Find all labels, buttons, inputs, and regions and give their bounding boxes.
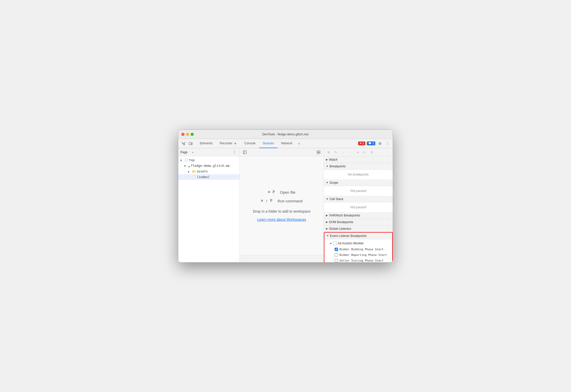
callstack-arrow-icon: ▼ — [326, 198, 328, 200]
shortcut-row-2: ⌘ ⇧ P Run command — [261, 199, 303, 203]
scope-arrow-icon: ▼ — [326, 181, 328, 184]
breakpoints-arrow-icon: ▼ — [326, 165, 328, 168]
shortcut2-key: ⌘ ⇧ P — [261, 199, 272, 203]
section-scope-label: Scope — [330, 181, 338, 184]
window-title: DevTools - fledge-demo.glitch.me/ — [262, 133, 309, 136]
tree-item-top[interactable]: ▼ 📄 top — [178, 157, 239, 163]
watch-arrow-icon: ▶ — [326, 158, 328, 161]
breakpoints-empty: No breakpoints — [324, 171, 393, 178]
section-xhr-header[interactable]: ▶ XHR/fetch Breakpoints — [324, 212, 393, 219]
section-watch-header[interactable]: ▶ Watch — [324, 156, 393, 163]
shortcut1-key: ⌘ P — [268, 190, 275, 194]
more-options-icon[interactable]: ⋮ — [385, 140, 391, 147]
ad-auction-arrow-icon: ▼ — [330, 242, 332, 245]
panel-header: Page » ⋮ — [178, 148, 239, 156]
checkbox-bidder-bidding[interactable]: Bidder Bidding Phase Start — [324, 246, 392, 252]
drop-text: Drop in a folder to add to workspace — [253, 209, 311, 213]
shortcut-row-1: ⌘ P Open file — [268, 190, 295, 194]
section-breakpoints-label: Breakpoints — [330, 165, 346, 168]
subsection-ad-auction-header[interactable]: ▼ Ad Auction Worklet — [324, 240, 392, 246]
maximize-button[interactable] — [191, 133, 194, 136]
svg-rect-0 — [189, 142, 191, 145]
checkbox-bidder-bidding-input[interactable] — [335, 248, 338, 251]
section-callstack-header[interactable]: ▼ Call Stack — [324, 196, 393, 202]
event-listener-highlight: ▼ Event Listener Breakpoints ▼ Ad Auctio… — [324, 232, 393, 262]
tab-network[interactable]: Network — [278, 139, 296, 148]
scope-empty: Not paused — [324, 187, 393, 195]
tab-recorder[interactable]: Recorder 🔺 — [216, 139, 241, 148]
step-into-button[interactable]: ↓ — [340, 149, 346, 155]
tab-console[interactable]: Console — [241, 139, 259, 148]
checkbox-bidder-reporting-input[interactable] — [335, 253, 338, 257]
svg-marker-5 — [318, 151, 320, 153]
left-panel: Page » ⋮ ▼ 📄 top ▼ ☁ fledge-demo.glitch.… — [178, 148, 240, 262]
tab-elements[interactable]: Elements — [196, 139, 216, 148]
title-bar: DevTools - fledge-demo.glitch.me/ — [178, 130, 393, 139]
tree-item-index[interactable]: ▶ 📄 (index) — [178, 174, 239, 180]
traffic-lights — [181, 133, 194, 136]
section-callstack-content: Not paused — [324, 202, 393, 212]
tab-bar: Elements Recorder 🔺 Console Sources Netw… — [178, 139, 393, 148]
event-arrow-icon: ▼ — [326, 234, 329, 237]
section-event-label: Event Listener Breakpoints — [330, 234, 367, 238]
section-breakpoints-header[interactable]: ▼ Breakpoints — [324, 163, 393, 170]
section-xhr-label: XHR/fetch Breakpoints — [329, 214, 360, 217]
shortcut2-action: Run command — [278, 199, 303, 203]
pause-button[interactable]: ⏸ — [326, 149, 332, 155]
xhr-arrow-icon: ▶ — [326, 214, 328, 217]
section-scope-header[interactable]: ▼ Scope — [324, 179, 393, 186]
panel-menu-icon[interactable]: ⋮ — [231, 149, 237, 155]
step-over-button[interactable]: ↻ — [333, 149, 339, 155]
workspace-link[interactable]: Learn more about Workspaces — [257, 217, 306, 222]
dom-arrow-icon: ▶ — [326, 221, 328, 223]
inspect-icon[interactable] — [180, 140, 186, 147]
svg-rect-2 — [243, 151, 246, 154]
devtools-window: DevTools - fledge-demo.glitch.me/ Elemen… — [178, 129, 393, 263]
section-global-header[interactable]: ▶ Global Listeners — [324, 225, 393, 232]
debugger-sections: ▶ Watch ▼ Breakpoints No breakpoints ▼ S… — [324, 156, 393, 262]
checkbox-bidder-reporting[interactable]: Bidder Reporting Phase Start — [324, 252, 392, 258]
checkbox-seller-scoring[interactable]: Seller Scoring Phase Start — [324, 258, 392, 262]
step-out-button[interactable]: ↑ — [347, 149, 353, 155]
tree-item-fledge[interactable]: ▼ ☁ fledge-demo.glitch.me — [178, 163, 239, 169]
tree-label-top: top — [189, 158, 195, 162]
section-breakpoints-content: No breakpoints — [324, 170, 393, 179]
step-button[interactable]: ⇥ — [355, 149, 360, 155]
editor-toolbar — [240, 148, 324, 156]
editor-collapse-icon[interactable] — [242, 149, 248, 155]
checkbox-bidder-bidding-label: Bidder Bidding Phase Start — [339, 248, 383, 251]
shortcut1-action: Open file — [280, 190, 295, 194]
minimize-button[interactable] — [186, 133, 189, 136]
section-dom-label: DOM Breakpoints — [329, 220, 353, 224]
tab-bar-right: ✕ 1 💬 1 ⚙ ⋮ — [358, 140, 391, 147]
panel-more-icon[interactable]: » — [190, 149, 196, 155]
tab-sources[interactable]: Sources — [259, 139, 278, 148]
checkbox-seller-scoring-label: Seller Scoring Phase Start — [339, 259, 383, 262]
tree-label-index: (index) — [197, 175, 210, 179]
editor-content: ⌘ P Open file ⌘ ⇧ P Run command Drop in … — [240, 156, 324, 255]
middle-panel: ⌘ P Open file ⌘ ⇧ P Run command Drop in … — [240, 148, 324, 262]
panel-header-actions: ⋮ — [231, 149, 237, 155]
editor-play-icon[interactable] — [315, 149, 322, 155]
section-event-header[interactable]: ▼ Event Listener Breakpoints — [324, 233, 392, 239]
section-dom-header[interactable]: ▶ DOM Breakpoints — [324, 219, 393, 225]
tree-label-fledge: fledge-demo.glitch.me — [191, 164, 230, 168]
right-panel: ⏸ ↻ ↓ ↑ ⇥ ✏ ⏸ ▶ Watch ▼ Breakpoints — [324, 148, 393, 262]
panel-title: Page — [180, 150, 188, 154]
close-button[interactable] — [181, 133, 184, 136]
checkbox-bidder-reporting-label: Bidder Reporting Phase Start — [339, 253, 387, 257]
subsection-ad-auction-label: Ad Auction Worklet — [338, 242, 364, 245]
settings-icon[interactable]: ⚙ — [377, 140, 383, 147]
checkbox-seller-scoring-input[interactable] — [335, 259, 338, 262]
global-arrow-icon: ▶ — [326, 227, 328, 230]
more-tabs-icon[interactable]: » — [296, 140, 302, 147]
section-global-label: Global Listeners — [329, 227, 351, 231]
error-badge[interactable]: ✕ 1 — [358, 141, 365, 145]
tree-label-assets: assets — [197, 170, 208, 173]
device-mode-icon[interactable] — [188, 140, 194, 147]
tab-items: Elements Recorder 🔺 Console Sources Netw… — [196, 139, 358, 148]
tree-item-assets[interactable]: ▶ 📁 assets — [178, 169, 239, 174]
dont-pause-button[interactable]: ⏸ — [369, 149, 375, 155]
info-badge[interactable]: 💬 1 — [367, 141, 375, 145]
deactivate-button[interactable]: ✏ — [362, 149, 367, 155]
